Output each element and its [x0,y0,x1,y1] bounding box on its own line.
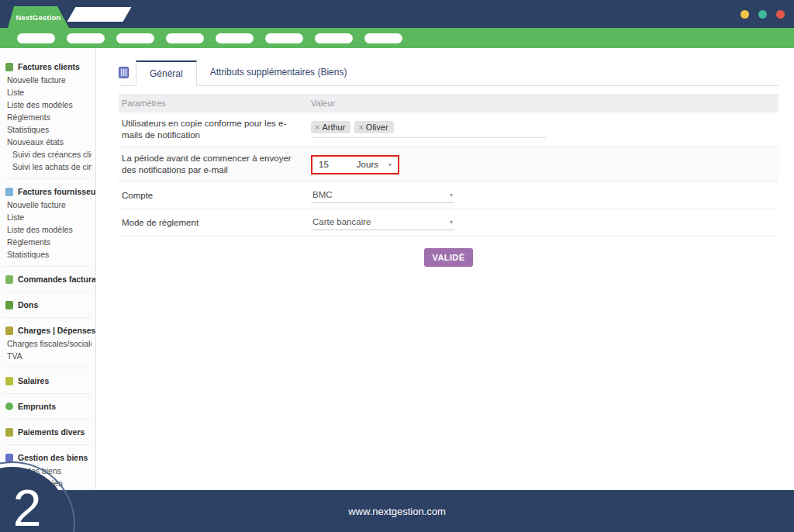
param-row-account: CompteBMC▾ [119,182,778,209]
sidebar-item-nouvelle-facture[interactable]: Nouvelle facture [4,199,91,211]
sidebar-header-label: Dons [18,300,38,309]
footer-url: www.nextgestion.com [348,506,446,517]
app-window: NextGestion Factures clientsNouvelle fac… [0,0,794,532]
nav-pill[interactable] [364,33,402,43]
remove-tag-icon[interactable]: × [358,123,363,132]
brand-logo-tab[interactable]: NextGestion [8,6,69,28]
assets-tab-icon [119,67,129,78]
notification-period-input[interactable]: 15Jours▾ [311,155,399,174]
params-table-header: Paramètres Valeur [119,94,778,112]
client-invoices-icon [5,63,13,71]
account-select[interactable]: BMC▾ [311,188,454,203]
number-value: 15 [319,160,357,169]
footer: www.nextgestion.com [0,490,794,532]
nav-pill-bar [0,28,794,48]
remove-tag-icon[interactable]: × [315,123,319,132]
main-panel: GénéralAttributs supplémentaires (Biens)… [96,48,794,490]
sidebar-item-suivi-des-cr-ances-client[interactable]: Suivi des créances client [4,148,91,161]
sidebar-header-salaires[interactable]: Salaires [4,374,91,388]
param-label-notification-period: La période avant de commencer à envoyer … [119,153,311,176]
param-label-account: Compte [119,190,311,202]
tab-g-n-ral[interactable]: Général [136,60,197,86]
assets-icon [5,454,13,462]
sidebar-item-suivi-les-achats-de-cim[interactable]: Suivi les achats de cim… [4,161,91,173]
payment-method-select[interactable]: Carte bancaire▾ [311,215,454,230]
form-actions: VALIDÉ [119,248,778,267]
sidebar-header-emprunts[interactable]: Emprunts [4,399,91,413]
decorative-slash [67,7,132,22]
sidebar-item-statistiques[interactable]: Statistiques [4,123,91,136]
tag-chip[interactable]: ×Oliver [354,121,393,133]
brand-name: NextGestion [16,13,60,22]
sidebar-header-label: Emprunts [18,402,56,411]
sidebar-header-charges-d-penses[interactable]: Charges | Dépenses… [4,323,91,337]
sidebar-item-liste-des-mod-les[interactable]: Liste des modèles [4,98,91,111]
param-value-account: BMC▾ [311,188,778,203]
top-bar: NextGestion [0,0,794,28]
param-value-notification-period: 15Jours▾ [311,155,778,174]
tag-label: Arthur [322,123,345,132]
sidebar-header-paiements-divers[interactable]: Paiements divers [4,425,91,439]
sidebar-header-label: Charges | Dépenses… [18,326,96,335]
sidebar-section-commandes-factura: Commandes factura… [4,266,91,292]
sidebar-header-label: Factures clients [18,62,80,71]
sidebar-header-commandes-factura[interactable]: Commandes factura… [4,272,91,286]
sidebar-header-label: Factures fournisseur [18,187,96,196]
window-dots [740,10,785,19]
sidebar-section-factures-clients: Factures clientsNouvelle factureListeLis… [4,57,91,178]
sidebar-header-label: Paiements divers [18,427,85,437]
sidebar-item-liste-des-mod-les[interactable]: Liste des modèles [4,223,91,236]
window-dot-teal[interactable] [758,10,767,19]
sidebar-section-dons: Dons [4,292,91,317]
loans-icon [5,402,13,410]
window-dot-red[interactable] [776,10,785,19]
sidebar-item-tva[interactable]: TVA [4,350,91,362]
tab-list: GénéralAttributs supplémentaires (Biens) [136,60,360,85]
nav-pill[interactable] [116,33,154,43]
nav-pill[interactable] [67,33,105,43]
tab-attributs-suppl-mentaires-biens[interactable]: Attributs supplémentaires (Biens) [197,60,361,85]
page-number: 2 [13,482,42,532]
sidebar-section-salaires: Salaires [4,368,91,393]
sidebar-header-dons[interactable]: Dons [4,298,91,312]
window-dot-yellow[interactable] [740,10,749,19]
sidebar-item-charges-fiscales-sociales[interactable]: Charges fiscales/sociales [4,337,91,350]
sidebar-header-factures-fournisseur[interactable]: Factures fournisseur [4,185,91,199]
param-label-cc-users: Utilisateurs en copie conforme pour les … [119,118,311,141]
chevron-down-icon: ▾ [388,161,392,168]
cc-users-tag-input[interactable]: ×Arthur×Oliver [311,121,546,138]
nav-pill[interactable] [216,33,254,43]
column-header-parametres: Paramètres [119,98,311,108]
sidebar-item-statistiques[interactable]: Statistiques [4,248,91,261]
tab-bar: GénéralAttributs supplémentaires (Biens) [119,60,778,86]
sidebar-item-liste[interactable]: Liste [4,211,91,223]
param-row-payment-method: Mode de règlementCarte bancaire▾ [119,209,778,237]
sidebar-item-liste[interactable]: Liste [4,86,91,98]
sidebar-header-label: Commandes factura… [18,275,96,284]
tag-chip[interactable]: ×Arthur [311,121,350,133]
nav-pill[interactable] [265,33,303,43]
donations-icon [5,301,13,309]
nav-pill[interactable] [166,33,204,43]
supplier-invoices-icon [5,188,13,196]
sidebar-header-factures-clients[interactable]: Factures clients [4,60,91,74]
param-row-notification-period: La période avant de commencer à envoyer … [119,147,778,182]
nav-pill[interactable] [315,33,353,43]
validate-button[interactable]: VALIDÉ [424,248,474,267]
tag-label: Oliver [366,123,388,132]
sidebar-item-nouvelle-facture[interactable]: Nouvelle facture [4,74,91,86]
param-label-payment-method: Mode de règlement [119,217,311,229]
sidebar-section-factures-fournisseur: Factures fournisseurNouvelle factureList… [4,178,91,266]
param-value-cc-users: ×Arthur×Oliver [311,121,778,138]
orders-icon [5,275,13,284]
sidebar-section-emprunts: Emprunts [4,393,91,419]
salaries-icon [5,377,13,385]
nav-pill[interactable] [17,33,55,43]
sidebar-nav: Factures clientsNouvelle factureListeLis… [0,48,96,490]
sidebar-item-nouveaux-tats[interactable]: Nouveaux états [4,136,91,148]
sidebar-item-r-glements[interactable]: Règlements [4,236,91,248]
params-table: Paramètres Valeur Utilisateurs en copie … [119,94,778,237]
sidebar-item-r-glements[interactable]: Règlements [4,111,91,123]
sidebar-section-paiements-divers: Paiements divers [4,419,91,444]
select-value: Carte bancaire [312,217,371,226]
